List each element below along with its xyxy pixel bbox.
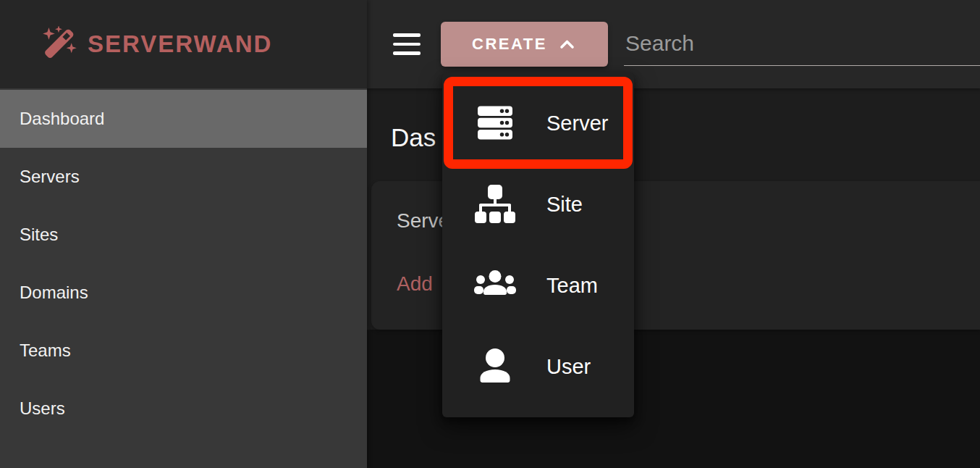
menu-item-label: Site [546, 193, 583, 217]
team-icon [474, 265, 516, 306]
menu-item-label: User [546, 355, 591, 379]
brand-name: SERVERWAND [88, 30, 272, 58]
sidebar-item-label: Sites [20, 225, 58, 245]
site-icon [474, 184, 516, 225]
sidebar-item-label: Dashboard [20, 109, 104, 129]
sidebar-item-users[interactable]: Users [0, 380, 367, 438]
sidebar-item-label: Teams [20, 340, 71, 361]
add-link[interactable]: Add [397, 272, 433, 296]
create-dropdown-menu: Server Site [442, 72, 634, 417]
sidebar-item-servers[interactable]: Servers [0, 148, 367, 206]
create-button[interactable]: CREATE [441, 22, 608, 67]
brand-logo[interactable]: SERVERWAND [0, 0, 367, 88]
chevron-up-icon [557, 36, 577, 52]
search-input[interactable] [624, 23, 980, 66]
sidebar-item-dashboard[interactable]: Dashboard [0, 90, 367, 148]
sidebar-item-teams[interactable]: Teams [0, 322, 367, 380]
create-button-label: CREATE [472, 35, 547, 54]
magic-wand-icon [41, 26, 77, 62]
menu-item-user[interactable]: User [442, 326, 634, 407]
menu-item-server[interactable]: Server [442, 83, 634, 164]
sidebar-item-label: Domains [20, 283, 88, 303]
menu-item-site[interactable]: Site [442, 164, 634, 245]
menu-item-label: Team [546, 274, 598, 298]
user-icon [474, 346, 516, 387]
page-title: Das [391, 123, 436, 152]
menu-item-team[interactable]: Team [442, 245, 634, 326]
sidebar-item-label: Servers [20, 167, 80, 187]
sidebar-item-label: Users [20, 398, 65, 419]
sidebar-item-domains[interactable]: Domains [0, 264, 367, 322]
menu-toggle-button[interactable] [389, 28, 425, 60]
menu-item-label: Server [546, 112, 608, 135]
sidebar: SERVERWAND Dashboard Servers Sites Domai… [0, 0, 367, 468]
sidebar-nav: Dashboard Servers Sites Domains Teams Us… [0, 90, 367, 438]
server-icon [474, 103, 516, 143]
hamburger-icon [393, 33, 421, 55]
sidebar-item-sites[interactable]: Sites [0, 206, 367, 264]
